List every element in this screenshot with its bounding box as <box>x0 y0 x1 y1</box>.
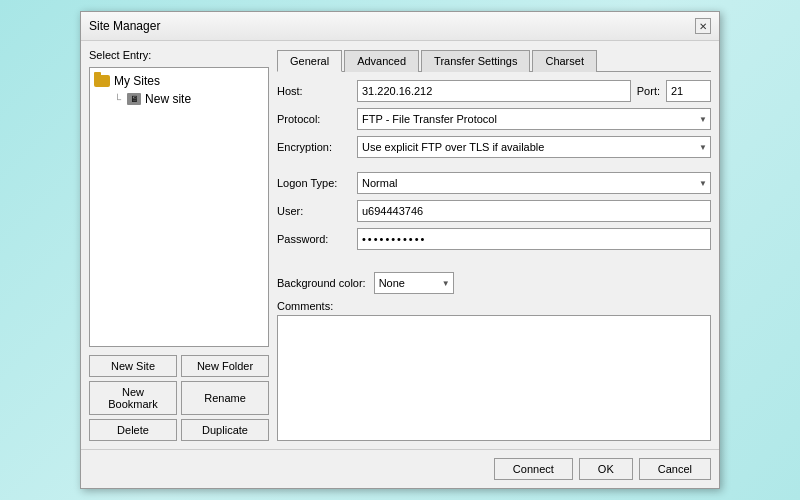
encryption-select[interactable]: Use explicit FTP over TLS if available <box>357 136 711 158</box>
host-input[interactable] <box>357 80 631 102</box>
dialog-footer: Connect OK Cancel <box>81 449 719 488</box>
dialog-title: Site Manager <box>89 19 160 33</box>
connect-button[interactable]: Connect <box>494 458 573 480</box>
tree-line: └ <box>114 94 121 105</box>
logon-type-select[interactable]: Normal <box>357 172 711 194</box>
new-bookmark-button[interactable]: New Bookmark <box>89 381 177 415</box>
rename-button[interactable]: Rename <box>181 381 269 415</box>
background-color-select-wrapper: None <box>374 272 454 294</box>
tabs: General Advanced Transfer Settings Chars… <box>277 49 711 72</box>
password-input[interactable] <box>357 228 711 250</box>
protocol-select[interactable]: FTP - File Transfer Protocol <box>357 108 711 130</box>
user-row: User: <box>277 200 711 222</box>
site-icon <box>127 93 141 105</box>
user-input[interactable] <box>357 200 711 222</box>
spacer3 <box>277 264 711 272</box>
spacer2 <box>277 256 711 264</box>
background-color-label: Background color: <box>277 277 366 289</box>
title-bar: Site Manager ✕ <box>81 12 719 41</box>
port-label: Port: <box>637 85 660 97</box>
left-panel: Select Entry: My Sites └ New site New Si… <box>89 49 269 441</box>
tab-advanced[interactable]: Advanced <box>344 50 419 72</box>
logon-type-label: Logon Type: <box>277 177 357 189</box>
background-color-select[interactable]: None <box>374 272 454 294</box>
host-label: Host: <box>277 85 357 97</box>
ok-button[interactable]: OK <box>579 458 633 480</box>
new-site-button[interactable]: New Site <box>89 355 177 377</box>
encryption-row: Encryption: Use explicit FTP over TLS if… <box>277 136 711 158</box>
tab-charset[interactable]: Charset <box>532 50 597 72</box>
new-folder-button[interactable]: New Folder <box>181 355 269 377</box>
comments-textarea[interactable] <box>277 315 711 441</box>
protocol-select-wrapper: FTP - File Transfer Protocol <box>357 108 711 130</box>
left-buttons: New Site New Folder New Bookmark Rename … <box>89 355 269 441</box>
password-row: Password: <box>277 228 711 250</box>
site-manager-dialog: Site Manager ✕ Select Entry: My Sites └ … <box>80 11 720 489</box>
cancel-button[interactable]: Cancel <box>639 458 711 480</box>
dialog-body: Select Entry: My Sites └ New site New Si… <box>81 41 719 449</box>
spacer1 <box>277 164 711 172</box>
comments-label: Comments: <box>277 300 711 312</box>
password-label: Password: <box>277 233 357 245</box>
right-panel: General Advanced Transfer Settings Chars… <box>277 49 711 441</box>
user-label: User: <box>277 205 357 217</box>
logon-type-row: Logon Type: Normal <box>277 172 711 194</box>
encryption-select-wrapper: Use explicit FTP over TLS if available <box>357 136 711 158</box>
new-site-item[interactable]: └ New site <box>94 90 264 108</box>
select-entry-label: Select Entry: <box>89 49 269 61</box>
new-site-label: New site <box>145 92 191 106</box>
host-row: Host: Port: <box>277 80 711 102</box>
port-input[interactable] <box>666 80 711 102</box>
tree-view: My Sites └ New site <box>89 67 269 347</box>
close-button[interactable]: ✕ <box>695 18 711 34</box>
logon-type-select-wrapper: Normal <box>357 172 711 194</box>
delete-button[interactable]: Delete <box>89 419 177 441</box>
my-sites-folder[interactable]: My Sites <box>94 72 264 90</box>
background-color-row: Background color: None <box>277 272 711 294</box>
duplicate-button[interactable]: Duplicate <box>181 419 269 441</box>
tab-general[interactable]: General <box>277 50 342 72</box>
protocol-label: Protocol: <box>277 113 357 125</box>
encryption-label: Encryption: <box>277 141 357 153</box>
protocol-row: Protocol: FTP - File Transfer Protocol <box>277 108 711 130</box>
my-sites-label: My Sites <box>114 74 160 88</box>
tab-transfer-settings[interactable]: Transfer Settings <box>421 50 530 72</box>
folder-icon <box>94 75 110 87</box>
